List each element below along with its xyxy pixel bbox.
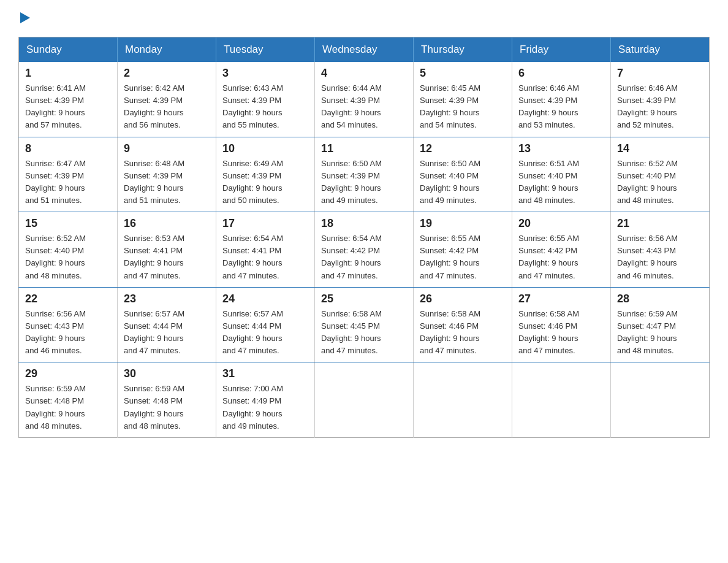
day-number: 17 (222, 217, 308, 230)
calendar-cell (414, 362, 512, 438)
day-info: Sunrise: 6:50 AM Sunset: 4:39 PM Dayligh… (321, 158, 407, 207)
day-info: Sunrise: 6:44 AM Sunset: 4:39 PM Dayligh… (321, 82, 407, 132)
day-header-monday: Monday (118, 37, 216, 63)
day-info: Sunrise: 6:41 AM Sunset: 4:39 PM Dayligh… (25, 82, 111, 132)
day-number: 13 (518, 142, 604, 155)
day-info: Sunrise: 6:52 AM Sunset: 4:40 PM Dayligh… (617, 158, 703, 207)
day-info: Sunrise: 6:56 AM Sunset: 4:43 PM Dayligh… (25, 308, 111, 358)
calendar-cell: 27 Sunrise: 6:58 AM Sunset: 4:46 PM Dayl… (512, 287, 611, 362)
day-number: 20 (518, 217, 604, 230)
calendar-week-row: 29 Sunrise: 6:59 AM Sunset: 4:48 PM Dayl… (19, 362, 710, 438)
day-header-saturday: Saturday (611, 37, 710, 63)
calendar-cell: 13 Sunrise: 6:51 AM Sunset: 4:40 PM Dayl… (512, 137, 611, 212)
calendar-week-row: 15 Sunrise: 6:52 AM Sunset: 4:40 PM Dayl… (19, 212, 710, 288)
day-number: 7 (617, 67, 703, 80)
day-number: 11 (321, 142, 407, 155)
day-number: 26 (420, 293, 506, 305)
day-number: 15 (25, 217, 111, 230)
calendar-cell: 19 Sunrise: 6:55 AM Sunset: 4:42 PM Dayl… (414, 212, 512, 288)
calendar-cell: 22 Sunrise: 6:56 AM Sunset: 4:43 PM Dayl… (19, 287, 118, 362)
calendar-week-row: 1 Sunrise: 6:41 AM Sunset: 4:39 PM Dayli… (19, 62, 710, 137)
calendar-cell: 25 Sunrise: 6:58 AM Sunset: 4:45 PM Dayl… (315, 287, 414, 362)
day-number: 27 (518, 293, 604, 305)
day-number: 23 (124, 293, 210, 305)
day-number: 14 (617, 142, 703, 155)
day-info: Sunrise: 6:54 AM Sunset: 4:41 PM Dayligh… (222, 232, 308, 282)
day-header-friday: Friday (512, 37, 611, 63)
calendar-cell: 17 Sunrise: 6:54 AM Sunset: 4:41 PM Dayl… (216, 212, 315, 288)
calendar-cell: 5 Sunrise: 6:45 AM Sunset: 4:39 PM Dayli… (414, 62, 512, 137)
day-number: 25 (321, 293, 407, 305)
day-number: 24 (222, 293, 308, 305)
day-info: Sunrise: 6:50 AM Sunset: 4:40 PM Dayligh… (420, 158, 506, 207)
calendar-table: SundayMondayTuesdayWednesdayThursdayFrid… (18, 37, 710, 438)
calendar-week-row: 8 Sunrise: 6:47 AM Sunset: 4:39 PM Dayli… (19, 137, 710, 212)
day-info: Sunrise: 6:59 AM Sunset: 4:48 PM Dayligh… (124, 383, 210, 432)
day-number: 22 (25, 293, 111, 305)
calendar-cell: 20 Sunrise: 6:55 AM Sunset: 4:42 PM Dayl… (512, 212, 611, 288)
day-info: Sunrise: 6:54 AM Sunset: 4:42 PM Dayligh… (321, 232, 407, 282)
calendar-cell: 4 Sunrise: 6:44 AM Sunset: 4:39 PM Dayli… (315, 62, 414, 137)
day-info: Sunrise: 6:53 AM Sunset: 4:41 PM Dayligh… (124, 232, 210, 282)
calendar-cell: 10 Sunrise: 6:49 AM Sunset: 4:39 PM Dayl… (216, 137, 315, 212)
day-info: Sunrise: 6:59 AM Sunset: 4:48 PM Dayligh… (25, 383, 111, 432)
day-number: 4 (321, 67, 407, 80)
day-number: 3 (222, 67, 308, 80)
calendar-cell: 7 Sunrise: 6:46 AM Sunset: 4:39 PM Dayli… (611, 62, 710, 137)
calendar-cell: 18 Sunrise: 6:54 AM Sunset: 4:42 PM Dayl… (315, 212, 414, 288)
logo-arrow-icon (20, 12, 30, 23)
calendar-week-row: 22 Sunrise: 6:56 AM Sunset: 4:43 PM Dayl… (19, 287, 710, 362)
calendar-cell: 6 Sunrise: 6:46 AM Sunset: 4:39 PM Dayli… (512, 62, 611, 137)
day-header-sunday: Sunday (19, 37, 118, 63)
day-header-tuesday: Tuesday (216, 37, 315, 63)
day-number: 30 (124, 367, 210, 380)
day-info: Sunrise: 6:58 AM Sunset: 4:46 PM Dayligh… (518, 308, 604, 358)
calendar-cell: 8 Sunrise: 6:47 AM Sunset: 4:39 PM Dayli… (19, 137, 118, 212)
day-info: Sunrise: 6:55 AM Sunset: 4:42 PM Dayligh… (420, 232, 506, 282)
calendar-cell: 28 Sunrise: 6:59 AM Sunset: 4:47 PM Dayl… (611, 287, 710, 362)
calendar-cell: 23 Sunrise: 6:57 AM Sunset: 4:44 PM Dayl… (118, 287, 216, 362)
day-number: 31 (222, 367, 308, 380)
calendar-cell: 9 Sunrise: 6:48 AM Sunset: 4:39 PM Dayli… (118, 137, 216, 212)
calendar-cell: 11 Sunrise: 6:50 AM Sunset: 4:39 PM Dayl… (315, 137, 414, 212)
calendar-header-row: SundayMondayTuesdayWednesdayThursdayFrid… (19, 37, 710, 63)
calendar-cell: 1 Sunrise: 6:41 AM Sunset: 4:39 PM Dayli… (19, 62, 118, 137)
day-info: Sunrise: 6:58 AM Sunset: 4:45 PM Dayligh… (321, 308, 407, 358)
day-info: Sunrise: 6:52 AM Sunset: 4:40 PM Dayligh… (25, 232, 111, 282)
day-info: Sunrise: 6:55 AM Sunset: 4:42 PM Dayligh… (518, 232, 604, 282)
day-info: Sunrise: 6:49 AM Sunset: 4:39 PM Dayligh… (222, 158, 308, 207)
day-info: Sunrise: 6:47 AM Sunset: 4:39 PM Dayligh… (25, 158, 111, 207)
day-number: 12 (420, 142, 506, 155)
calendar-cell: 2 Sunrise: 6:42 AM Sunset: 4:39 PM Dayli… (118, 62, 216, 137)
day-info: Sunrise: 6:42 AM Sunset: 4:39 PM Dayligh… (124, 82, 210, 132)
day-info: Sunrise: 6:58 AM Sunset: 4:46 PM Dayligh… (420, 308, 506, 358)
day-number: 19 (420, 217, 506, 230)
logo (18, 12, 30, 25)
day-number: 16 (124, 217, 210, 230)
calendar-cell: 26 Sunrise: 6:58 AM Sunset: 4:46 PM Dayl… (414, 287, 512, 362)
day-number: 18 (321, 217, 407, 230)
calendar-cell: 12 Sunrise: 6:50 AM Sunset: 4:40 PM Dayl… (414, 137, 512, 212)
day-info: Sunrise: 7:00 AM Sunset: 4:49 PM Dayligh… (222, 383, 308, 432)
day-number: 21 (617, 217, 703, 230)
day-info: Sunrise: 6:43 AM Sunset: 4:39 PM Dayligh… (222, 82, 308, 132)
day-info: Sunrise: 6:51 AM Sunset: 4:40 PM Dayligh… (518, 158, 604, 207)
day-info: Sunrise: 6:48 AM Sunset: 4:39 PM Dayligh… (124, 158, 210, 207)
page-header (18, 12, 710, 25)
calendar-cell: 3 Sunrise: 6:43 AM Sunset: 4:39 PM Dayli… (216, 62, 315, 137)
day-number: 28 (617, 293, 703, 305)
day-info: Sunrise: 6:56 AM Sunset: 4:43 PM Dayligh… (617, 232, 703, 282)
day-info: Sunrise: 6:59 AM Sunset: 4:47 PM Dayligh… (617, 308, 703, 358)
day-number: 8 (25, 142, 111, 155)
calendar-cell: 24 Sunrise: 6:57 AM Sunset: 4:44 PM Dayl… (216, 287, 315, 362)
day-number: 6 (518, 67, 604, 80)
day-info: Sunrise: 6:46 AM Sunset: 4:39 PM Dayligh… (617, 82, 703, 132)
calendar-cell (512, 362, 611, 438)
day-header-thursday: Thursday (414, 37, 512, 63)
calendar-cell: 15 Sunrise: 6:52 AM Sunset: 4:40 PM Dayl… (19, 212, 118, 288)
day-header-wednesday: Wednesday (315, 37, 414, 63)
calendar-cell (611, 362, 710, 438)
day-number: 1 (25, 67, 111, 80)
calendar-cell: 16 Sunrise: 6:53 AM Sunset: 4:41 PM Dayl… (118, 212, 216, 288)
day-number: 2 (124, 67, 210, 80)
